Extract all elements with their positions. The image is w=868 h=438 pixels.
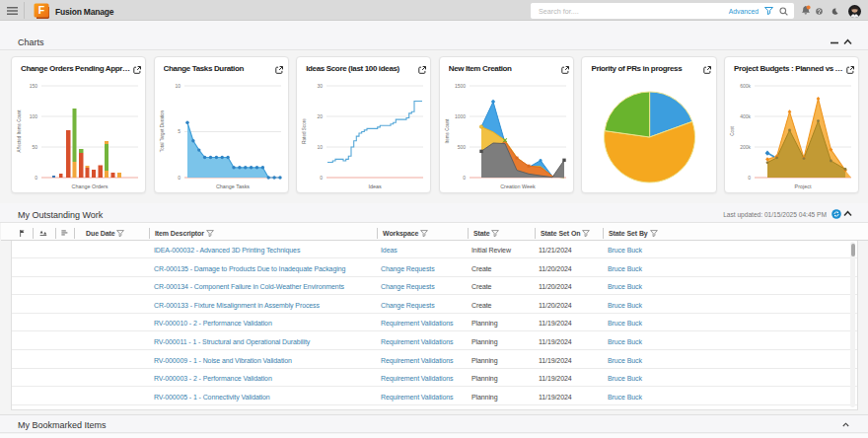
svg-text:Change Tasks: Change Tasks <box>216 183 250 189</box>
svg-text:5: 5 <box>178 128 181 134</box>
svg-text:Total Target Duration: Total Target Duration <box>160 110 165 152</box>
svg-text:10: 10 <box>175 83 181 89</box>
svg-text:Project: Project <box>795 183 812 189</box>
svg-text:10: 10 <box>318 144 324 150</box>
svg-text:1000: 1000 <box>455 113 466 119</box>
svg-text:50: 50 <box>32 144 37 150</box>
svg-text:100: 100 <box>30 113 38 119</box>
svg-text:0: 0 <box>463 175 466 181</box>
svg-text:Creation Week: Creation Week <box>500 183 536 189</box>
svg-text:Affected Items Count: Affected Items Count <box>17 110 22 153</box>
svg-text:Change Orders: Change Orders <box>72 183 108 189</box>
svg-text:F: F <box>38 4 45 16</box>
svg-text:0: 0 <box>35 175 37 181</box>
svg-text:Cost: Cost <box>730 126 735 136</box>
svg-text:30: 30 <box>318 83 324 89</box>
svg-text:1500: 1500 <box>455 83 466 89</box>
svg-text:0: 0 <box>178 175 181 181</box>
svg-text:Rated Score: Rated Score <box>302 118 307 144</box>
svg-text:600k: 600k <box>740 83 751 89</box>
svg-text:0: 0 <box>748 175 751 181</box>
svg-text:200k: 200k <box>740 144 751 150</box>
svg-text:400k: 400k <box>740 113 751 119</box>
svg-text:Ideas: Ideas <box>369 183 382 189</box>
svg-text:0: 0 <box>320 175 323 181</box>
svg-text:Items Count: Items Count <box>445 118 450 143</box>
svg-text:150: 150 <box>30 83 38 89</box>
svg-text:20: 20 <box>318 113 324 119</box>
svg-text:500: 500 <box>457 144 466 150</box>
